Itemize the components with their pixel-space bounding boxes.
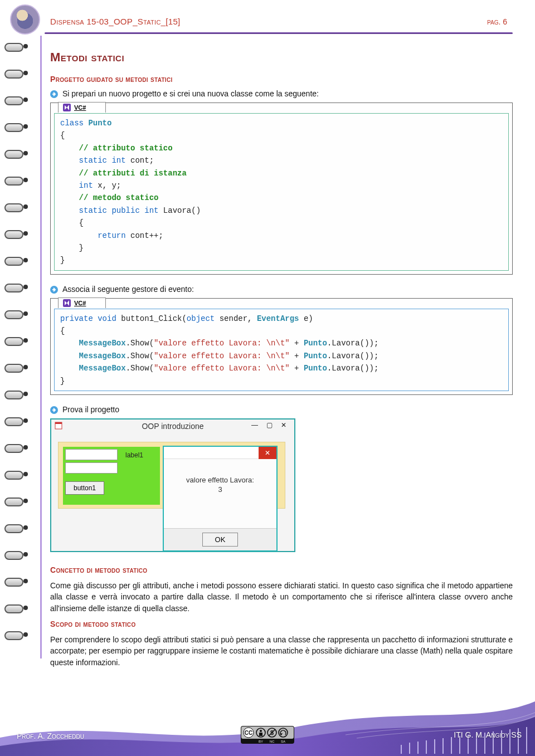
bullet-row: Si prepari un nuovo progetto e si crei u… <box>50 89 513 98</box>
code-block-1: VC# class Punto { // attributo statico s… <box>50 103 513 275</box>
window-controls: — ▢ ✕ <box>247 420 291 431</box>
code-tab: VC# <box>58 102 106 113</box>
minimize-icon[interactable]: — <box>247 420 262 431</box>
text-input-2[interactable] <box>65 462 118 474</box>
svg-text:NC: NC <box>270 740 275 743</box>
footer-wave-graphic <box>0 685 535 756</box>
svg-point-28 <box>260 730 262 732</box>
label1: label1 <box>125 451 143 459</box>
svg-text:BY: BY <box>259 740 263 743</box>
arrow-icon <box>50 90 58 98</box>
code-tab: VC# <box>58 297 106 308</box>
app-screenshot: OOP introduzione — ▢ ✕ label1 button1 ✕ … <box>50 418 295 552</box>
subheading-progetto: Progetto guidato su metodi statici <box>50 75 513 84</box>
bullet-text: Associa il seguente gestore di evento: <box>62 285 194 294</box>
spiral-binding <box>4 42 31 649</box>
bullet-row: Associa il seguente gestore di evento: <box>50 285 513 294</box>
footer: Prof. A. Zoccheddu ITI G. M. Angioy SS C… <box>0 685 535 756</box>
code-tab-label: VC# <box>74 104 86 111</box>
close-icon[interactable]: ✕ <box>276 420 291 431</box>
footer-school: ITI G. M. Angioy SS <box>454 730 522 739</box>
content: Metodi statici Progetto guidato su metod… <box>50 50 513 674</box>
paragraph: Come già discusso per gli attributi, anc… <box>50 580 513 614</box>
messagebox-text: valore effetto Lavora: <box>168 476 272 484</box>
bullet-row: Prova il progetto <box>50 405 513 414</box>
messagebox: ✕ valore effetto Lavora: 3 OK <box>163 446 278 552</box>
paragraph: Per comprendere lo scopo degli attributi… <box>50 634 513 668</box>
bullet-text: Si prepari un nuovo progetto e si crei u… <box>62 89 319 98</box>
svg-text:CC: CC <box>245 730 252 736</box>
close-icon[interactable]: ✕ <box>259 447 276 459</box>
bullet-text: Prova il progetto <box>62 405 119 414</box>
footer-author: Prof. A. Zoccheddu <box>17 731 84 740</box>
vs-icon <box>63 104 71 111</box>
svg-text:SA: SA <box>281 740 285 743</box>
section-heading: Metodi statici <box>50 50 513 65</box>
header-rule <box>45 32 513 34</box>
page-number: pag. 6 <box>487 17 507 26</box>
button1[interactable]: button1 <box>65 481 104 495</box>
green-panel: label1 button1 <box>63 447 160 505</box>
text-input-1[interactable] <box>65 449 118 460</box>
page-header: Dispensa 15-03_OOP_Static_[15] pag. 6 <box>50 17 507 26</box>
arrow-icon <box>50 406 58 414</box>
document-page: Dispensa 15-03_OOP_Static_[15] pag. 6 Me… <box>0 0 535 756</box>
arrow-icon <box>50 286 58 294</box>
subheading-concetto: Concetto di metodo statico <box>50 565 513 574</box>
ok-button[interactable]: OK <box>202 533 239 547</box>
vs-icon <box>63 299 71 307</box>
margin-line <box>40 36 42 659</box>
cc-license-icon: CC $ BY NC SA <box>241 726 294 744</box>
author-avatar <box>10 4 40 35</box>
subheading-scopo: Scopo di metodo statico <box>50 620 513 628</box>
doc-title: Dispensa 15-03_OOP_Static_[15] <box>50 17 181 26</box>
code-tab-label: VC# <box>74 300 86 306</box>
messagebox-value: 3 <box>168 485 272 494</box>
maximize-icon[interactable]: ▢ <box>262 420 276 431</box>
code-block-2: VC# private void button1_Click(object se… <box>50 298 513 395</box>
